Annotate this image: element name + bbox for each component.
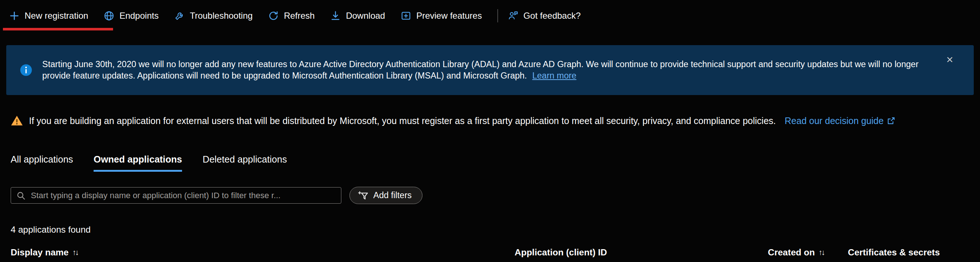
- app-registrations-page: New registration Endpoints Troubleshooti…: [0, 0, 980, 262]
- got-feedback-label: Got feedback?: [523, 11, 581, 21]
- add-filters-button[interactable]: Add filters: [349, 187, 422, 204]
- applications-table-header: Display name ↑↓ Application (client) ID …: [11, 247, 969, 262]
- new-registration-button[interactable]: New registration: [9, 10, 88, 21]
- column-display-name-label: Display name: [11, 247, 68, 257]
- banner-text: Starting June 30th, 2020 we will no long…: [42, 59, 927, 81]
- got-feedback-button[interactable]: Got feedback?: [508, 10, 581, 21]
- warning-icon: [11, 114, 23, 127]
- download-label: Download: [346, 11, 385, 21]
- info-icon: [19, 64, 33, 77]
- close-icon[interactable]: ×: [944, 53, 955, 66]
- endpoints-label: Endpoints: [119, 11, 159, 21]
- search-box: [11, 187, 341, 204]
- sort-icon: ↑↓: [818, 248, 824, 257]
- column-created-on-label: Created on: [768, 247, 815, 257]
- filter-plus-icon: [358, 190, 369, 201]
- search-icon: [16, 191, 26, 200]
- globe-icon: [103, 10, 115, 21]
- column-certificates-secrets-label: Certificates & secrets: [848, 247, 940, 257]
- troubleshooting-button[interactable]: Troubleshooting: [174, 10, 253, 21]
- warning-message: If you are building an application for e…: [29, 116, 776, 126]
- learn-more-link[interactable]: Learn more: [532, 71, 576, 80]
- column-application-client-id: Application (client) ID: [515, 247, 607, 257]
- deprecation-info-banner: Starting June 30th, 2020 we will no long…: [6, 45, 974, 95]
- refresh-button[interactable]: Refresh: [268, 10, 315, 21]
- tab-deleted-applications[interactable]: Deleted applications: [203, 154, 287, 172]
- preview-features-label: Preview features: [416, 11, 482, 21]
- column-created-on[interactable]: Created on ↑↓: [768, 247, 824, 257]
- download-button[interactable]: Download: [330, 10, 385, 21]
- banner-message: Starting June 30th, 2020 we will no long…: [42, 59, 918, 80]
- first-party-warning: If you are building an application for e…: [11, 114, 896, 127]
- applications-tabs: All applications Owned applications Dele…: [11, 154, 287, 172]
- tab-owned-applications[interactable]: Owned applications: [94, 154, 182, 172]
- troubleshooting-label: Troubleshooting: [190, 11, 253, 21]
- decision-guide-link[interactable]: Read our decision guide: [785, 116, 896, 126]
- preview-features-button[interactable]: Preview features: [401, 10, 482, 21]
- highlight-underline: [3, 28, 113, 30]
- preview-features-icon: [401, 10, 412, 21]
- toolbar-separator: [497, 9, 498, 22]
- filter-row: Add filters: [11, 187, 422, 204]
- wrench-icon: [174, 10, 185, 21]
- add-filters-label: Add filters: [373, 191, 412, 200]
- search-input[interactable]: [30, 191, 336, 201]
- tab-all-applications[interactable]: All applications: [11, 154, 73, 172]
- refresh-icon: [268, 10, 279, 21]
- column-certificates-secrets: Certificates & secrets: [848, 247, 940, 257]
- applications-count: 4 applications found: [11, 225, 91, 235]
- download-icon: [330, 10, 341, 21]
- new-registration-label: New registration: [25, 11, 88, 21]
- column-display-name[interactable]: Display name ↑↓: [11, 247, 78, 257]
- external-link-icon: [886, 116, 896, 125]
- refresh-label: Refresh: [284, 11, 315, 21]
- command-toolbar: New registration Endpoints Troubleshooti…: [0, 0, 980, 32]
- decision-guide-label: Read our decision guide: [785, 116, 884, 126]
- column-application-client-id-label: Application (client) ID: [515, 247, 607, 257]
- plus-icon: [9, 10, 20, 21]
- sort-icon: ↑↓: [72, 248, 78, 257]
- feedback-icon: [508, 10, 519, 21]
- endpoints-button[interactable]: Endpoints: [103, 10, 159, 21]
